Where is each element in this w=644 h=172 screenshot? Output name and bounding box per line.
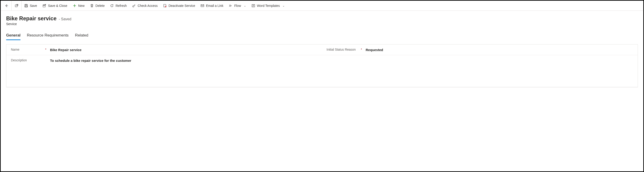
trash-icon bbox=[90, 4, 94, 8]
required-indicator: * bbox=[45, 48, 47, 51]
popout-button[interactable] bbox=[12, 1, 22, 11]
svg-rect-1 bbox=[26, 4, 27, 5]
refresh-button[interactable]: Refresh bbox=[107, 1, 130, 11]
tab-general[interactable]: General bbox=[6, 33, 20, 40]
saved-indicator: - Saved bbox=[59, 17, 71, 21]
save-close-icon bbox=[42, 4, 46, 8]
arrow-left-icon bbox=[5, 4, 8, 8]
check-access-label: Check Access bbox=[138, 4, 158, 8]
key-icon bbox=[132, 4, 136, 8]
deactivate-icon bbox=[163, 4, 167, 8]
chevron-down-icon: ⌄ bbox=[282, 4, 285, 7]
refresh-label: Refresh bbox=[116, 4, 127, 8]
tab-related[interactable]: Related bbox=[75, 33, 88, 40]
svg-rect-3 bbox=[44, 5, 44, 6]
svg-rect-2 bbox=[25, 6, 27, 7]
description-value: To schedule a bike repair service for th… bbox=[50, 58, 318, 62]
empty-cell bbox=[322, 55, 638, 87]
description-field[interactable]: Description To schedule a bike repair se… bbox=[6, 55, 322, 87]
status-reason-field[interactable]: Initial Status Reason * Requested bbox=[322, 44, 638, 55]
status-reason-value: Requested bbox=[366, 48, 633, 52]
refresh-icon bbox=[110, 4, 114, 8]
popout-icon bbox=[15, 4, 18, 8]
deactivate-button[interactable]: Deactivate Service bbox=[160, 1, 198, 11]
save-close-button[interactable]: Save & Close bbox=[40, 1, 70, 11]
flow-icon bbox=[229, 4, 232, 8]
word-icon bbox=[252, 4, 255, 8]
word-templates-label: Word Templates bbox=[257, 4, 280, 8]
flow-label: Flow bbox=[234, 4, 241, 8]
save-close-label: Save & Close bbox=[48, 4, 67, 8]
delete-label: Delete bbox=[96, 4, 104, 8]
flow-button[interactable]: Flow ⌄ bbox=[226, 1, 249, 11]
entity-label: Service bbox=[6, 22, 638, 26]
delete-button[interactable]: Delete bbox=[87, 1, 107, 11]
command-bar: Save Save & Close New Delete Refresh Che… bbox=[1, 1, 643, 11]
save-icon bbox=[24, 4, 28, 8]
name-field[interactable]: Name * Bike Repair service bbox=[6, 44, 322, 55]
email-icon bbox=[200, 4, 204, 8]
back-button[interactable] bbox=[2, 1, 12, 11]
name-value: Bike Repair service bbox=[50, 48, 318, 52]
save-label: Save bbox=[30, 4, 37, 8]
plus-icon bbox=[73, 4, 76, 8]
new-button[interactable]: New bbox=[70, 1, 87, 11]
email-link-button[interactable]: Email a Link bbox=[198, 1, 226, 11]
tab-resource-requirements[interactable]: Resource Requirements bbox=[27, 33, 68, 40]
name-label: Name bbox=[11, 48, 19, 51]
tab-list: General Resource Requirements Related bbox=[1, 28, 643, 40]
email-link-label: Email a Link bbox=[206, 4, 223, 8]
record-header: Bike Repair service - Saved Service bbox=[1, 11, 643, 28]
deactivate-label: Deactivate Service bbox=[168, 4, 195, 8]
word-templates-button[interactable]: Word Templates ⌄ bbox=[249, 1, 288, 11]
required-indicator: * bbox=[361, 48, 363, 51]
status-reason-label: Initial Status Reason bbox=[326, 48, 356, 51]
description-label: Description bbox=[11, 58, 27, 62]
chevron-down-icon: ⌄ bbox=[244, 4, 246, 7]
form-panel: Name * Bike Repair service Initial Statu… bbox=[6, 44, 638, 87]
check-access-button[interactable]: Check Access bbox=[130, 1, 160, 11]
new-label: New bbox=[78, 4, 84, 8]
page-title: Bike Repair service bbox=[6, 15, 56, 22]
svg-rect-0 bbox=[15, 5, 17, 7]
save-button[interactable]: Save bbox=[22, 1, 40, 11]
